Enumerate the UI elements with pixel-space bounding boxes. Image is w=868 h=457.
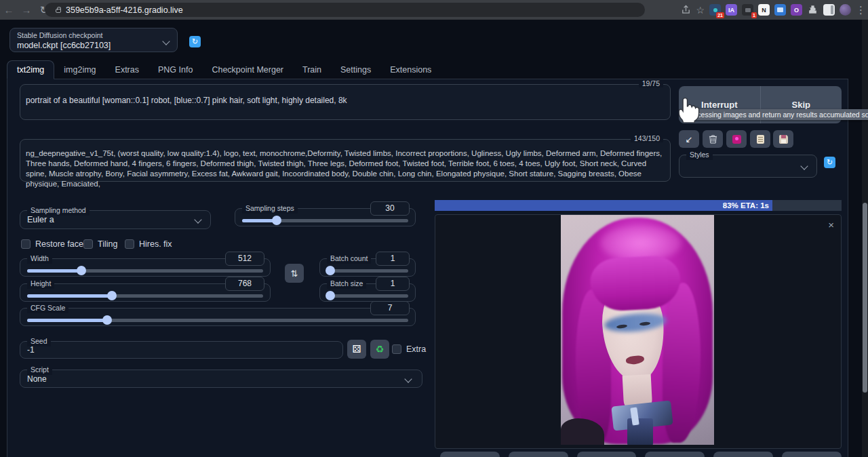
tab-png-info[interactable]: PNG Info: [149, 61, 202, 79]
extension-image-icon[interactable]: [774, 4, 786, 16]
tab-img2img[interactable]: img2img: [54, 61, 105, 79]
batch-size-slider[interactable]: Batch size 1: [319, 283, 416, 302]
slider-thumb[interactable]: [326, 291, 335, 300]
paste-arrow-icon: ↙: [686, 134, 693, 144]
extension-dark-icon[interactable]: 1: [742, 4, 753, 16]
seed-value[interactable]: -1: [27, 345, 35, 355]
prompt-token-counter: 19/75: [639, 79, 663, 87]
gallery-button[interactable]: [440, 452, 500, 457]
profile-avatar[interactable]: [840, 4, 851, 16]
tab-extensions[interactable]: Extensions: [380, 61, 441, 79]
refresh-checkpoints-button[interactable]: ↻: [189, 36, 201, 47]
height-value[interactable]: 768: [225, 277, 264, 291]
batch-count-value[interactable]: 1: [376, 252, 410, 266]
checkbox-box[interactable]: [83, 239, 93, 249]
sampling-steps-label: Sampling steps: [242, 203, 298, 214]
tab-checkpoint-merger[interactable]: Checkpoint Merger: [202, 61, 293, 79]
restore-faces-checkbox[interactable]: Restore faces: [21, 239, 87, 249]
script-value: None: [27, 374, 47, 384]
share-icon[interactable]: [681, 5, 691, 15]
lock-icon: [56, 9, 61, 13]
txt2img-panel: 19/75 portrait of a beautiful [woman::0.…: [7, 79, 848, 457]
bookmark-star-icon[interactable]: ☆: [696, 5, 705, 16]
checkbox-box[interactable]: [21, 239, 31, 249]
styles-label: Styles: [686, 150, 713, 160]
apply-styles-button[interactable]: [750, 130, 770, 148]
forward-icon[interactable]: →: [18, 4, 35, 16]
stable-diffusion-webui: ← → ↻ 359e5b9a-a5ff-4216.gradio.live ☆ 2…: [0, 0, 868, 457]
save-style-button[interactable]: [773, 130, 793, 148]
address-bar[interactable]: 359e5b9a-a5ff-4216.gradio.live: [45, 3, 645, 17]
cfg-scale-slider[interactable]: CFG Scale 7: [20, 308, 416, 326]
negative-prompt-textarea[interactable]: 143/150 ng_deepnegative_v1_75t, (worst q…: [20, 139, 671, 182]
width-value[interactable]: 512: [225, 252, 264, 266]
checkpoint-label: Stable Diffusion checkpoint: [17, 31, 102, 39]
batch-size-value[interactable]: 1: [376, 277, 410, 291]
gallery-button[interactable]: [645, 452, 705, 457]
checkpoint-value: model.ckpt [cc6cb27103]: [17, 41, 111, 50]
slider-thumb[interactable]: [77, 266, 86, 275]
floppy-save-icon: [779, 135, 788, 144]
clear-prompt-button[interactable]: [703, 130, 723, 148]
reuse-seed-button[interactable]: ♻: [370, 340, 389, 359]
main-tabs: txt2img img2img Extras PNG Info Checkpoi…: [7, 61, 848, 79]
tab-txt2img[interactable]: txt2img: [7, 60, 54, 79]
extension-office-icon[interactable]: O: [791, 4, 802, 16]
extension-ia-icon[interactable]: IA: [726, 4, 737, 16]
gallery-button[interactable]: [782, 452, 842, 457]
checkbox-box[interactable]: [125, 239, 134, 249]
browser-toolbar: ← → ↻ 359e5b9a-a5ff-4216.gradio.live ☆ 2…: [0, 0, 868, 20]
gallery-button[interactable]: [509, 452, 568, 457]
random-seed-button[interactable]: ⚄: [347, 340, 366, 359]
chevron-down-icon: [800, 162, 808, 170]
gallery-button[interactable]: [713, 452, 773, 457]
clipboard-icon: [757, 135, 764, 144]
prompt-textarea[interactable]: 19/75 portrait of a beautiful [woman::0.…: [20, 84, 671, 120]
checkpoint-dropdown[interactable]: Stable Diffusion checkpoint model.ckpt […: [9, 28, 178, 52]
generated-image-preview[interactable]: [561, 215, 714, 445]
slider-thumb[interactable]: [272, 216, 281, 225]
extra-seed-checkbox[interactable]: Extra: [392, 344, 426, 354]
tiling-checkbox[interactable]: Tiling: [83, 239, 117, 249]
refresh-styles-button[interactable]: ↻: [824, 157, 835, 168]
tab-settings[interactable]: Settings: [331, 61, 380, 79]
output-gallery[interactable]: ×: [435, 214, 842, 449]
seed-input[interactable]: Seed -1: [20, 341, 343, 359]
paste-generation-params-button[interactable]: ↙: [679, 130, 699, 148]
extension-pinned-icon[interactable]: 21: [709, 4, 721, 16]
checkbox-box[interactable]: [392, 344, 401, 354]
width-slider[interactable]: Width 512: [20, 258, 271, 277]
gallery-button[interactable]: [577, 452, 637, 457]
dice-icon: ⚄: [352, 343, 361, 355]
negative-prompt-text: ng_deepnegative_v1_75t, (worst quality, …: [20, 140, 670, 189]
close-icon[interactable]: ×: [828, 219, 834, 231]
slider-thumb[interactable]: [107, 291, 117, 300]
page-scrollbar[interactable]: [862, 20, 868, 457]
slider-thumb[interactable]: [326, 266, 335, 275]
extension-notion-icon[interactable]: N: [758, 4, 770, 16]
width-label: Width: [27, 254, 52, 264]
extensions-puzzle-icon[interactable]: [807, 4, 818, 16]
scrollbar-thumb[interactable]: [863, 203, 867, 393]
interrupt-tooltip: rocessing images and return any results …: [687, 109, 868, 120]
hires-fix-checkbox[interactable]: Hires. fix: [125, 239, 172, 249]
sampling-method-dropdown[interactable]: Sampling method Euler a: [20, 210, 211, 229]
sampling-steps-slider[interactable]: Sampling steps 30: [235, 208, 416, 226]
height-label: Height: [27, 279, 54, 289]
sampling-steps-value[interactable]: 30: [370, 201, 410, 216]
batch-count-slider[interactable]: Batch count 1: [319, 258, 416, 277]
swap-dimensions-button[interactable]: ⇅: [285, 264, 304, 283]
side-panel-icon[interactable]: [823, 4, 835, 16]
height-slider[interactable]: Height 768: [20, 283, 271, 302]
browser-menu-icon[interactable]: ⋮: [856, 4, 865, 16]
url-text[interactable]: 359e5b9a-a5ff-4216.gradio.live: [66, 5, 183, 15]
tab-extras[interactable]: Extras: [106, 61, 149, 79]
tab-train[interactable]: Train: [293, 61, 331, 79]
slider-thumb[interactable]: [102, 315, 112, 325]
cfg-scale-value[interactable]: 7: [370, 301, 410, 315]
styles-dropdown[interactable]: Styles: [679, 155, 817, 178]
chevron-down-icon: [162, 37, 170, 45]
back-icon[interactable]: ←: [0, 4, 18, 16]
show-extra-networks-button[interactable]: [726, 130, 747, 148]
script-dropdown[interactable]: Script None: [20, 370, 422, 388]
